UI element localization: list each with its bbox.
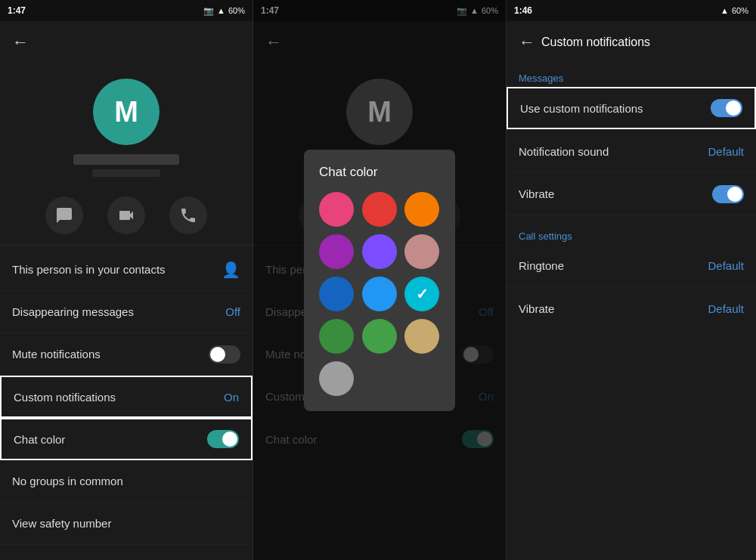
- color-green[interactable]: [362, 319, 397, 354]
- vibrate-messages-label: Vibrate: [519, 187, 554, 200]
- signal-icon-right: ▲: [720, 6, 729, 15]
- profile-area-left: M: [0, 63, 253, 184]
- color-grid: [319, 192, 440, 396]
- mute-row[interactable]: Mute notifications: [0, 333, 253, 376]
- back-button-left[interactable]: ←: [12, 32, 29, 52]
- chat-color-row[interactable]: Chat color: [0, 418, 253, 460]
- mute-toggle[interactable]: [209, 345, 240, 364]
- battery-text: 60%: [228, 6, 245, 15]
- status-icons-left: 📷 ▲ 60%: [203, 6, 245, 16]
- chat-color-label: Chat color: [14, 433, 65, 446]
- notif-sound-row[interactable]: Notification sound Default: [507, 131, 756, 173]
- chat-color-popup: Chat color: [304, 150, 455, 411]
- panel-mid: 1:47 📷 ▲ 60% ← M This perso...: [253, 0, 507, 560]
- contacts-row[interactable]: This person is in your contacts 👤: [0, 249, 253, 291]
- contacts-label: This person is in your contacts: [12, 263, 166, 276]
- popup-overlay[interactable]: Chat color: [253, 0, 506, 560]
- contacts-icon: 👤: [222, 261, 240, 279]
- safety-row[interactable]: View safety number: [0, 503, 253, 545]
- color-tan[interactable]: [404, 319, 439, 354]
- use-custom-notif-row[interactable]: Use custom notifications: [507, 87, 756, 129]
- vibrate-messages-row[interactable]: Vibrate: [507, 173, 756, 215]
- vibrate-messages-toggle[interactable]: [712, 185, 744, 203]
- notif-sound-value: Default: [708, 145, 744, 158]
- disappearing-value: Off: [225, 305, 240, 318]
- color-rose[interactable]: [404, 234, 439, 269]
- sub-bar-left: [92, 169, 160, 177]
- color-pink[interactable]: [319, 192, 354, 227]
- notif-sound-label: Notification sound: [519, 145, 609, 158]
- settings-list-left: This person is in your contacts 👤 Disapp…: [0, 249, 253, 560]
- disappearing-row[interactable]: Disappearing messages Off: [0, 291, 253, 333]
- use-custom-notif-label: Use custom notifications: [520, 102, 643, 115]
- color-gray[interactable]: [319, 361, 354, 396]
- chat-color-toggle[interactable]: [207, 430, 239, 448]
- signal-icon: ▲: [217, 6, 225, 15]
- action-buttons-left: [0, 184, 253, 242]
- time-left: 1:47: [8, 5, 26, 16]
- panel-right: 1:46 ▲ 60% ← Custom notifications Messag…: [507, 0, 756, 560]
- status-icons-right: ▲ 60%: [720, 6, 748, 15]
- panel-left: 1:47 📷 ▲ 60% ← M This person is in: [0, 0, 253, 560]
- avatar-left: M: [93, 79, 160, 145]
- vibrate-calls-row[interactable]: Vibrate Default: [507, 287, 756, 330]
- divider-left: [0, 245, 253, 246]
- time-right: 1:46: [514, 5, 532, 16]
- color-orange[interactable]: [404, 192, 439, 227]
- color-teal[interactable]: [404, 277, 439, 311]
- disappearing-label: Disappearing messages: [12, 305, 134, 318]
- header-left: ←: [0, 21, 253, 63]
- ringtone-value: Default: [708, 259, 744, 272]
- popup-title: Chat color: [319, 165, 440, 180]
- message-button-left[interactable]: [45, 196, 83, 234]
- color-dark-green[interactable]: [319, 319, 354, 354]
- status-bar-right: 1:46 ▲ 60%: [507, 0, 756, 21]
- safety-label: View safety number: [12, 517, 111, 530]
- color-blue[interactable]: [362, 277, 397, 311]
- status-bar-left: 1:47 📷 ▲ 60%: [0, 0, 253, 21]
- use-custom-notif-toggle[interactable]: [711, 99, 742, 117]
- custom-notif-row[interactable]: Custom notifications On: [0, 376, 253, 418]
- messages-section-label: Messages: [507, 63, 756, 87]
- back-button-right[interactable]: ←: [519, 32, 535, 52]
- color-purple[interactable]: [319, 234, 354, 269]
- battery-right: 60%: [732, 6, 748, 15]
- video-button-left[interactable]: [107, 196, 145, 234]
- camera-icon: 📷: [203, 6, 214, 16]
- vibrate-calls-label: Vibrate: [519, 302, 554, 315]
- ringtone-row[interactable]: Ringtone Default: [507, 245, 756, 287]
- vibrate-calls-value: Default: [708, 302, 744, 315]
- color-violet[interactable]: [362, 234, 397, 269]
- mute-label: Mute notifications: [12, 348, 101, 360]
- color-red[interactable]: [362, 192, 397, 227]
- no-groups-label: No groups in common: [12, 475, 123, 487]
- page-title-right: Custom notifications: [541, 36, 650, 49]
- name-bar-left: [73, 154, 179, 165]
- call-settings-section-label: Call settings: [507, 221, 756, 245]
- phone-button-left[interactable]: [169, 196, 207, 234]
- custom-notif-value: On: [224, 391, 239, 404]
- color-dark-blue[interactable]: [319, 277, 354, 311]
- ringtone-label: Ringtone: [519, 259, 564, 272]
- header-right: ← Custom notifications: [507, 21, 756, 63]
- block-row[interactable]: Block: [0, 545, 253, 560]
- no-groups-row: No groups in common: [0, 460, 253, 503]
- custom-notif-label: Custom notifications: [14, 391, 116, 404]
